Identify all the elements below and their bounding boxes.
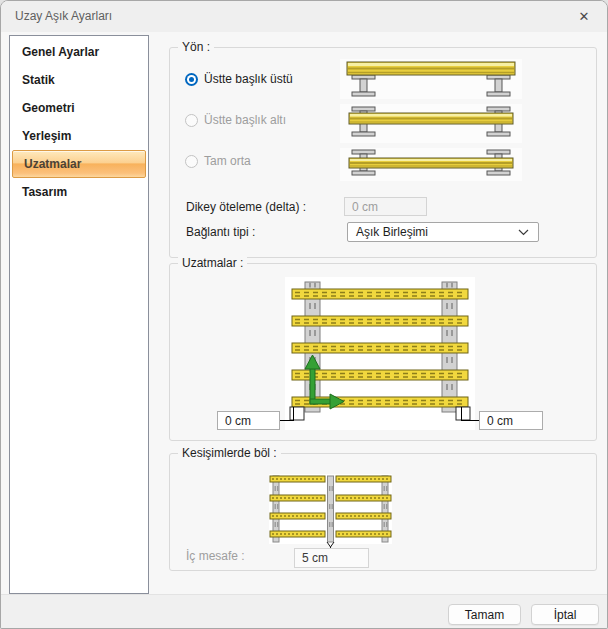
ok-button[interactable]: Tamam — [448, 604, 521, 625]
dialog-footer: Tamam İptal — [1, 594, 607, 629]
radio-label: Üstte başlık altı — [204, 113, 286, 127]
close-icon[interactable]: ✕ — [561, 1, 607, 32]
inner-distance-input[interactable] — [294, 548, 369, 568]
radio-selected-icon[interactable] — [185, 73, 198, 86]
radio-option-top-flange-top[interactable]: Üstte başlık üstü — [185, 72, 293, 86]
connection-type-select[interactable]: Aşık Birleşimi — [347, 222, 539, 242]
extensions-group-title: Uzatmalar : — [178, 256, 247, 270]
settings-category-list: Genel Ayarlar Statik Geometri Yerleşim U… — [9, 35, 149, 594]
right-extension-input[interactable] — [479, 411, 543, 430]
sidebar-item-genel-ayarlar[interactable]: Genel Ayarlar — [11, 38, 147, 66]
right-dimension-leader — [461, 407, 479, 421]
titlebar: Uzay Aşık Ayarları ✕ — [1, 1, 607, 32]
radio-option-full-middle: Tam orta — [185, 154, 251, 168]
sidebar-item-uzatmalar[interactable]: Uzatmalar — [12, 150, 146, 178]
connection-type-value: Aşık Birleşimi — [356, 225, 428, 239]
radio-label: Üstte başlık üstü — [204, 72, 293, 86]
beam-full-middle-illustration — [340, 148, 522, 181]
inner-distance-label: İç mesafe : — [186, 547, 245, 566]
beam-top-flange-bottom-illustration — [340, 104, 522, 143]
beam-top-flange-top-illustration — [340, 59, 522, 99]
direction-group-title: Yön : — [178, 40, 214, 54]
left-dimension-leader — [280, 407, 294, 421]
split-at-intersections-group: Kesişimlerde böl : — [169, 453, 597, 571]
extensions-group: Uzatmalar : — [169, 263, 597, 441]
sidebar-item-yerlesim[interactable]: Yerleşim — [11, 122, 147, 150]
purlin-settings-dialog: Uzay Aşık Ayarları ✕ Genel Ayarlar Stati… — [0, 0, 608, 629]
connection-type-label: Bağlantı tipi : — [186, 223, 255, 242]
radio-option-top-flange-bottom: Üstte başlık altı — [185, 113, 286, 127]
sidebar-item-geometri[interactable]: Geometri — [11, 94, 147, 122]
dialog-title: Uzay Aşık Ayarları — [15, 1, 112, 32]
radio-label: Tam orta — [204, 154, 251, 168]
chevron-down-icon — [518, 229, 529, 236]
split-diagram — [269, 474, 392, 553]
direction-group: Yön : Üstte başlık üstü Üstte başlık alt… — [169, 47, 597, 258]
cancel-button[interactable]: İptal — [531, 604, 599, 625]
radio-disabled-icon — [185, 155, 198, 168]
delta-input — [344, 197, 427, 216]
extensions-diagram — [285, 277, 475, 430]
sidebar-item-statik[interactable]: Statik — [11, 66, 147, 94]
radio-disabled-icon — [185, 114, 198, 127]
delta-label: Dikey öteleme (delta) : — [186, 198, 306, 217]
sidebar-item-tasarim[interactable]: Tasarım — [11, 178, 147, 206]
left-extension-input[interactable] — [217, 411, 280, 430]
split-group-title: Kesişimlerde böl : — [178, 446, 281, 460]
